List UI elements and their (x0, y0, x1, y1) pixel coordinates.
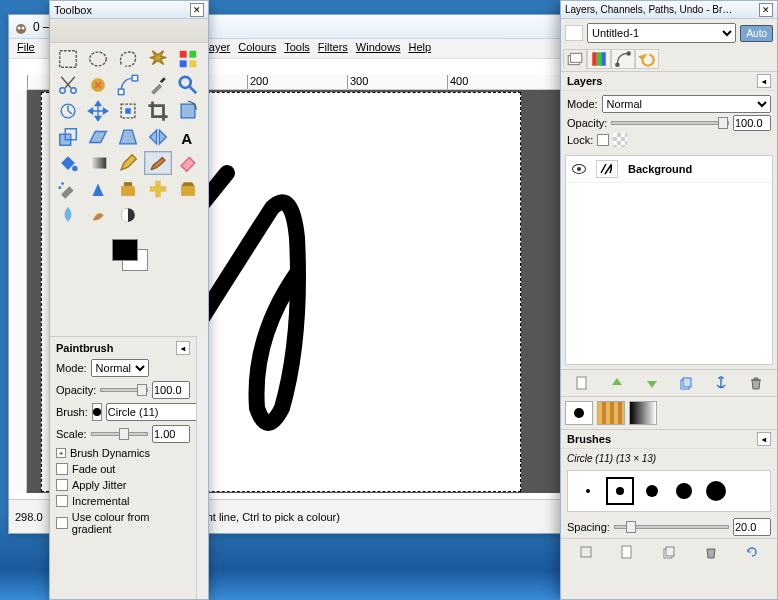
tool-zoom[interactable] (174, 73, 202, 97)
new-brush-icon[interactable] (618, 543, 636, 561)
menu-tools[interactable]: Tools (284, 41, 310, 56)
brushes-menu-icon[interactable]: ◂ (757, 432, 771, 446)
tab-channels[interactable] (587, 49, 611, 69)
tool-blend[interactable] (84, 151, 112, 175)
brush-2[interactable] (606, 477, 634, 505)
tool-foreground-select[interactable] (84, 73, 112, 97)
jitter-checkbox[interactable] (56, 479, 68, 491)
brush-5[interactable] (702, 477, 730, 505)
fg-bg-color[interactable] (108, 237, 150, 273)
tool-eraser[interactable] (174, 151, 202, 175)
tool-rect-select[interactable] (54, 47, 82, 71)
tool-options-menu-icon[interactable]: ◂ (176, 341, 190, 355)
auto-button[interactable]: Auto (740, 25, 773, 42)
anchor-layer-icon[interactable] (712, 374, 730, 392)
menu-colours[interactable]: Colours (238, 41, 276, 56)
fade-checkbox[interactable] (56, 463, 68, 475)
layer-list[interactable]: Background (565, 155, 773, 365)
layer-mode-select[interactable]: Normal (602, 95, 771, 113)
brush-1[interactable] (574, 477, 602, 505)
tool-flip[interactable] (144, 125, 172, 149)
toolbox-scrollbar[interactable] (196, 336, 208, 599)
tool-dodge[interactable] (114, 203, 142, 227)
tab-paths[interactable] (611, 49, 635, 69)
scale-value[interactable] (152, 425, 190, 443)
tool-free-select[interactable] (114, 47, 142, 71)
lock-alpha-icon[interactable] (613, 133, 627, 147)
delete-brush-icon[interactable] (702, 543, 720, 561)
new-layer-icon[interactable] (573, 374, 591, 392)
brush-name[interactable] (106, 403, 196, 421)
tool-smudge[interactable] (84, 203, 112, 227)
tool-perspective[interactable] (114, 125, 142, 149)
gradient-swatch[interactable] (629, 401, 657, 425)
visibility-icon[interactable] (572, 164, 586, 174)
layer-item-background[interactable]: Background (566, 156, 772, 183)
duplicate-brush-icon[interactable] (660, 543, 678, 561)
tool-color-picker[interactable] (144, 73, 172, 97)
image-select[interactable]: Untitled-1 (587, 23, 736, 43)
tool-paths[interactable] (114, 73, 142, 97)
brush-list[interactable] (567, 470, 771, 512)
tool-text[interactable]: A (174, 125, 202, 149)
brush-3[interactable] (638, 477, 666, 505)
gradient-checkbox[interactable] (56, 517, 68, 529)
refresh-brush-icon[interactable] (743, 543, 761, 561)
tool-airbrush[interactable] (54, 177, 82, 201)
tool-clone[interactable] (114, 177, 142, 201)
layers-menu-icon[interactable]: ◂ (757, 74, 771, 88)
tool-ink[interactable] (84, 177, 112, 201)
tool-move[interactable] (84, 99, 112, 123)
tool-scissors[interactable] (54, 73, 82, 97)
brush-4[interactable] (670, 477, 698, 505)
menu-help[interactable]: Help (408, 41, 431, 56)
tool-perspective-clone[interactable] (174, 177, 202, 201)
spacing-slider[interactable] (614, 525, 729, 529)
tool-bucket-fill[interactable] (54, 151, 82, 175)
tool-color-select[interactable] (174, 47, 202, 71)
brush-preview[interactable] (92, 403, 102, 421)
spacing-value[interactable] (733, 518, 771, 536)
tool-ellipse-select[interactable] (84, 47, 112, 71)
close-icon[interactable]: ✕ (759, 3, 773, 17)
toolbox-handle[interactable] (50, 19, 208, 43)
menu-filters[interactable]: Filters (318, 41, 348, 56)
layer-opacity-value[interactable] (733, 115, 771, 131)
pattern-swatch[interactable] (597, 401, 625, 425)
menu-file[interactable]: File (17, 41, 35, 56)
tab-layers[interactable] (563, 49, 587, 69)
svg-rect-43 (683, 378, 691, 387)
layer-opacity-slider[interactable] (611, 121, 729, 125)
tool-scale[interactable] (54, 125, 82, 149)
layers-titlebar[interactable]: Layers, Channels, Paths, Undo - Br… ✕ (561, 1, 777, 19)
expand-icon[interactable]: + (56, 448, 66, 458)
opacity-slider[interactable] (100, 388, 148, 392)
ruler-vertical[interactable] (13, 90, 27, 493)
brush-swatch[interactable] (565, 401, 593, 425)
tool-heal[interactable] (144, 177, 172, 201)
tool-align[interactable] (114, 99, 142, 123)
tab-undo[interactable] (635, 49, 659, 69)
toolbox-titlebar[interactable]: Toolbox ✕ (50, 1, 208, 19)
tool-pencil[interactable] (114, 151, 142, 175)
lower-layer-icon[interactable] (643, 374, 661, 392)
tool-shear[interactable] (84, 125, 112, 149)
raise-layer-icon[interactable] (608, 374, 626, 392)
tool-crop[interactable] (144, 99, 172, 123)
menu-windows[interactable]: Windows (356, 41, 401, 56)
tool-blur[interactable] (54, 203, 82, 227)
scale-slider[interactable] (91, 432, 148, 436)
duplicate-layer-icon[interactable] (677, 374, 695, 392)
tool-paintbrush[interactable] (144, 151, 172, 175)
lock-pixels-checkbox[interactable] (597, 134, 609, 146)
tool-measure[interactable] (54, 99, 82, 123)
edit-brush-icon[interactable] (577, 543, 595, 561)
delete-layer-icon[interactable] (747, 374, 765, 392)
incremental-checkbox[interactable] (56, 495, 68, 507)
tool-fuzzy-select[interactable] (144, 47, 172, 71)
mode-select[interactable]: Normal (91, 359, 149, 377)
foreground-color[interactable] (112, 239, 138, 261)
tool-rotate[interactable] (174, 99, 202, 123)
close-icon[interactable]: ✕ (190, 3, 204, 17)
opacity-value[interactable] (152, 381, 190, 399)
